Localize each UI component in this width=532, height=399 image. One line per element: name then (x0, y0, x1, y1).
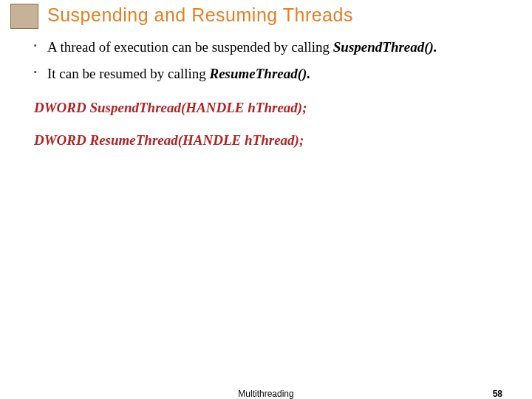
slide-content: A thread of execution can be suspended b… (0, 30, 532, 149)
bullet-text: A thread of execution can be suspended b… (47, 39, 333, 55)
title-bar: Suspending and Resuming Threads (0, 0, 532, 30)
footer-topic: Multithreading (0, 389, 532, 399)
bullet-item: A thread of execution can be suspended b… (34, 37, 498, 58)
bullet-text: It can be resumed by calling (47, 66, 209, 81)
bullet-item: It can be resumed by calling ResumeThrea… (34, 64, 498, 84)
bullet-emphasis: SuspendThread(). (333, 39, 437, 55)
bullet-emphasis: ResumeThread(). (209, 66, 310, 81)
title-decoration-block (10, 4, 38, 29)
page-number: 58 (493, 389, 502, 399)
slide-title: Suspending and Resuming Threads (47, 4, 353, 26)
bullet-list: A thread of execution can be suspended b… (34, 37, 498, 83)
function-signature-resume: DWORD ResumeThread(HANDLE hThread); (34, 132, 498, 149)
function-signature-suspend: DWORD SuspendThread(HANDLE hThread); (34, 100, 498, 116)
